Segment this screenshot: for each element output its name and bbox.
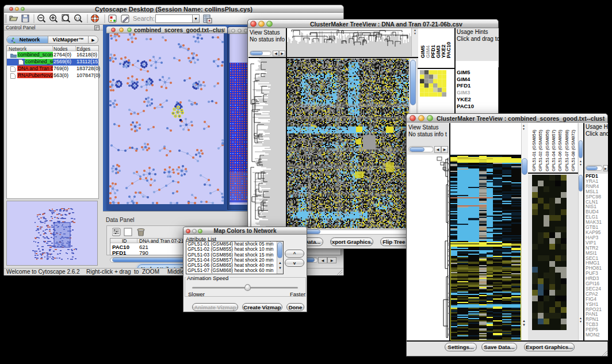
svg-text:GPL51-02 (GSM855): GPL51-02 (GSM855) bbox=[538, 129, 543, 171]
svg-text:GPL51-03 (GSM856): GPL51-03 (GSM856) bbox=[545, 129, 550, 171]
svg-text:GPL51-01 (GSM854): GPL51-01 (GSM854) bbox=[531, 129, 537, 171]
svg-text:GPL51-07 (GSM868): GPL51-07 (GSM868) bbox=[564, 129, 569, 171]
svg-text:1:1: 1:1 bbox=[76, 17, 80, 20]
svg-text:PAC10: PAC10 bbox=[446, 42, 452, 58]
svg-text:GPL51-08 (GSM872): GPL51-08 (GSM872) bbox=[571, 129, 576, 171]
svg-text:GPL51-04 (GSM857): GPL51-04 (GSM857) bbox=[551, 129, 556, 171]
svg-text:GPL51-06 (GSM865): GPL51-06 (GSM865) bbox=[557, 129, 563, 171]
